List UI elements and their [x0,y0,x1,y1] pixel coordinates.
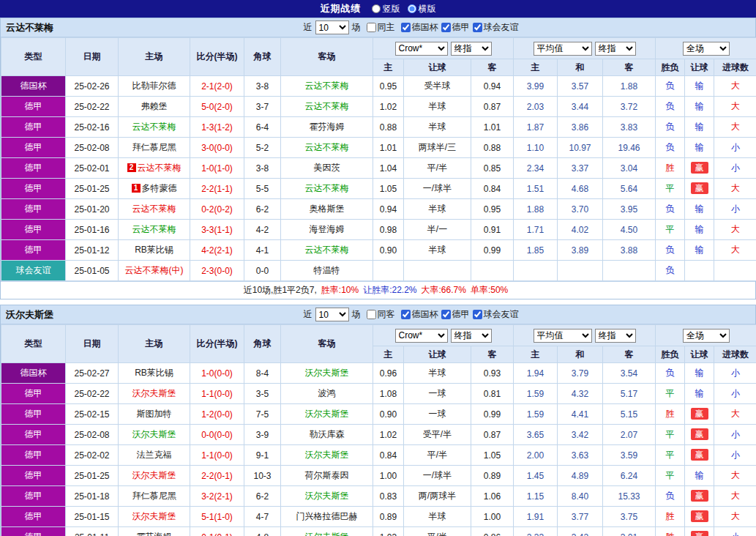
match-row[interactable]: 德甲 25-01-25 沃尔夫斯堡 2-2(0-1) 10-3 荷尔斯泰因 1.… [1,466,756,486]
home-team-name[interactable]: RB莱比锡 [135,245,173,255]
home-team-name[interactable]: 法兰克福 [137,450,172,460]
league-checkbox-input[interactable] [401,310,411,319]
away-team-cell[interactable]: 勒沃库森 [281,425,373,445]
league-filter-checkbox[interactable]: 球会友谊 [470,308,519,321]
away-team-cell[interactable]: 沃尔夫斯堡 [281,404,373,425]
home-team-name[interactable]: 云达不莱梅 [132,122,176,132]
away-team-cell[interactable]: 霍芬海姆 [281,117,373,138]
away-team-cell[interactable]: 云达不莱梅 [281,97,373,117]
away-team-name[interactable]: 海登海姆 [310,224,345,234]
away-team-cell[interactable]: 海登海姆 [281,220,373,240]
bookmaker-select[interactable]: Crow* [395,42,448,56]
home-team-cell[interactable]: 沃尔夫斯堡 [119,507,190,527]
away-team-name[interactable]: 沃尔夫斯堡 [305,532,349,536]
away-team-cell[interactable]: 奥格斯堡 [281,199,373,220]
home-team-cell[interactable]: RB莱比锡 [119,240,190,261]
home-team-cell[interactable]: 弗赖堡 [119,97,190,117]
away-team-name[interactable]: 勒沃库森 [310,429,345,439]
home-team-cell[interactable]: 云达不莱梅 [119,220,190,240]
layout-radio-horizontal[interactable]: 横版 [408,3,436,15]
away-team-name[interactable]: 云达不莱梅 [305,245,349,255]
match-row[interactable]: 德甲 25-02-02 法兰克福 1-1(0-0) 9-1 沃尔夫斯堡 0.84… [1,445,756,466]
home-team-name[interactable]: 云达不莱梅(中) [125,265,184,275]
away-team-cell[interactable]: 沃尔夫斯堡 [281,486,373,507]
league-checkbox-input[interactable] [401,23,411,32]
match-row[interactable]: 德甲 25-02-08 拜仁慕尼黑 3-0(0-0) 5-2 云达不莱梅 1.0… [1,138,756,158]
league-checkbox-input[interactable] [473,23,482,32]
home-team-cell[interactable]: 云达不莱梅(中) [119,261,190,281]
away-team-cell[interactable]: 云达不莱梅 [281,76,373,97]
away-team-name[interactable]: 云达不莱梅 [305,81,349,91]
same-side-filter-checkbox[interactable]: 同主 [364,21,395,34]
match-row[interactable]: 德甲 25-02-08 沃尔夫斯堡 0-0(0-0) 3-9 勒沃库森 1.02… [1,425,756,445]
home-team-name[interactable]: 斯图加特 [137,409,172,419]
home-team-name[interactable]: RB莱比锡 [135,368,173,378]
home-team-name[interactable]: 沃尔夫斯堡 [132,388,176,398]
match-row[interactable]: 德甲 25-02-01 2云达不莱梅 1-0(1-0) 3-8 美因茨 1.04… [1,158,756,179]
away-team-name[interactable]: 门兴格拉德巴赫 [296,511,358,521]
away-team-name[interactable]: 云达不莱梅 [305,183,349,193]
away-team-cell[interactable]: 波鸿 [281,384,373,404]
match-scope-select[interactable]: 全场 [683,329,730,343]
away-team-cell[interactable]: 美因茨 [281,158,373,179]
match-scope-select[interactable]: 全场 [683,42,730,56]
asian-odds-stage-select[interactable]: 终指 [451,329,492,343]
away-team-cell[interactable]: 云达不莱梅 [281,179,373,199]
league-filter-checkbox[interactable]: 德甲 [438,308,470,321]
match-row[interactable]: 德甲 25-02-22 弗赖堡 5-0(2-0) 3-7 云达不莱梅 1.02 … [1,97,756,117]
home-team-cell[interactable]: 沃尔夫斯堡 [119,384,190,404]
home-team-cell[interactable]: 沃尔夫斯堡 [119,425,190,445]
home-team-cell[interactable]: 云达不莱梅 [119,199,190,220]
home-team-name[interactable]: 霍芬海姆 [137,532,172,536]
home-team-name[interactable]: 云达不莱梅 [132,204,176,214]
league-checkbox-input[interactable] [441,310,451,319]
layout-radio-horizontal-input[interactable] [408,4,416,13]
league-checkbox-input[interactable] [473,310,482,319]
away-team-cell[interactable]: 沃尔夫斯堡 [281,527,373,536]
same-side-filter-checkbox[interactable]: 同客 [364,308,395,321]
home-team-cell[interactable]: 法兰克福 [119,445,190,466]
match-row[interactable]: 德国杯 25-02-26 比勒菲尔德 2-1(2-0) 3-8 云达不莱梅 0.… [1,76,756,97]
home-team-cell[interactable]: 斯图加特 [119,404,190,425]
home-team-cell[interactable]: 沃尔夫斯堡 [119,466,190,486]
match-row[interactable]: 德甲 25-01-12 RB莱比锡 4-2(2-1) 4-1 云达不莱梅 0.9… [1,240,756,261]
same-side-checkbox-input[interactable] [367,23,376,32]
league-filter-checkbox[interactable]: 德甲 [438,21,470,34]
away-team-cell[interactable]: 门兴格拉德巴赫 [281,507,373,527]
away-team-name[interactable]: 云达不莱梅 [305,142,349,152]
away-team-name[interactable]: 霍芬海姆 [310,122,345,132]
home-team-name[interactable]: 沃尔夫斯堡 [132,429,176,439]
home-team-cell[interactable]: 拜仁慕尼黑 [119,138,190,158]
layout-radio-vertical-input[interactable] [372,4,381,13]
home-team-cell[interactable]: 拜仁慕尼黑 [119,486,190,507]
home-team-name[interactable]: 拜仁慕尼黑 [132,142,176,152]
match-row[interactable]: 德甲 25-01-18 拜仁慕尼黑 3-2(2-1) 6-2 沃尔夫斯堡 0.8… [1,486,756,507]
match-row[interactable]: 德甲 25-02-15 斯图加特 1-2(0-0) 7-5 沃尔夫斯堡 0.90… [1,404,756,425]
bookmaker-select[interactable]: Crow* [395,329,448,343]
euro-odds-stage-select[interactable]: 终指 [595,329,636,343]
match-row[interactable]: 球会友谊 25-01-05 云达不莱梅(中) 2-3(0-0) 0-0 特温特 … [1,261,756,281]
layout-radio-vertical[interactable]: 竖版 [372,3,400,15]
league-filter-checkbox[interactable]: 球会友谊 [470,21,519,34]
away-team-cell[interactable]: 特温特 [281,261,373,281]
away-team-name[interactable]: 云达不莱梅 [305,101,349,111]
home-team-cell[interactable]: 1多特蒙德 [119,179,190,199]
away-team-cell[interactable]: 荷尔斯泰因 [281,466,373,486]
euro-average-select[interactable]: 平均值 [534,329,592,343]
home-team-cell[interactable]: 云达不莱梅 [119,117,190,138]
away-team-cell[interactable]: 沃尔夫斯堡 [281,363,373,384]
match-row[interactable]: 德国杯 25-02-27 RB莱比锡 1-0(0-0) 8-4 沃尔夫斯堡 0.… [1,363,756,384]
away-team-cell[interactable]: 云达不莱梅 [281,138,373,158]
away-team-name[interactable]: 沃尔夫斯堡 [305,450,349,460]
home-team-name[interactable]: 拜仁慕尼黑 [132,491,176,501]
recent-count-select[interactable]: 10 [315,21,349,34]
league-checkbox-input[interactable] [441,23,451,32]
recent-count-select[interactable]: 10 [315,308,349,321]
league-filter-checkbox[interactable]: 德国杯 [398,308,438,321]
home-team-name[interactable]: 沃尔夫斯堡 [132,511,176,521]
match-row[interactable]: 德甲 25-01-25 1多特蒙德 2-2(1-1) 5-5 云达不莱梅 1.0… [1,179,756,199]
away-team-name[interactable]: 荷尔斯泰因 [305,470,349,480]
away-team-name[interactable]: 沃尔夫斯堡 [305,368,349,378]
home-team-cell[interactable]: 霍芬海姆 [119,527,190,536]
away-team-name[interactable]: 奥格斯堡 [310,204,345,214]
